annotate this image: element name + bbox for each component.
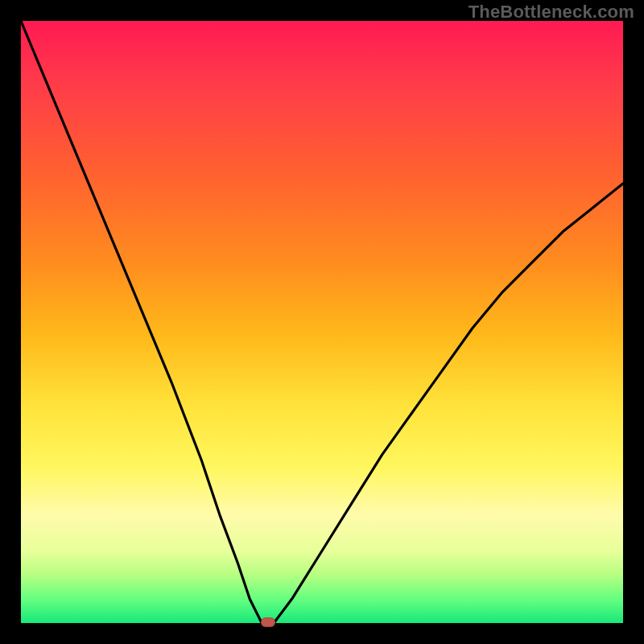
curve-svg — [21, 21, 623, 623]
bottleneck-curve — [21, 21, 623, 623]
plot-area — [21, 21, 623, 623]
watermark-label: TheBottleneck.com — [469, 2, 634, 23]
chart-frame: TheBottleneck.com — [0, 0, 644, 644]
optimum-marker — [261, 617, 275, 627]
